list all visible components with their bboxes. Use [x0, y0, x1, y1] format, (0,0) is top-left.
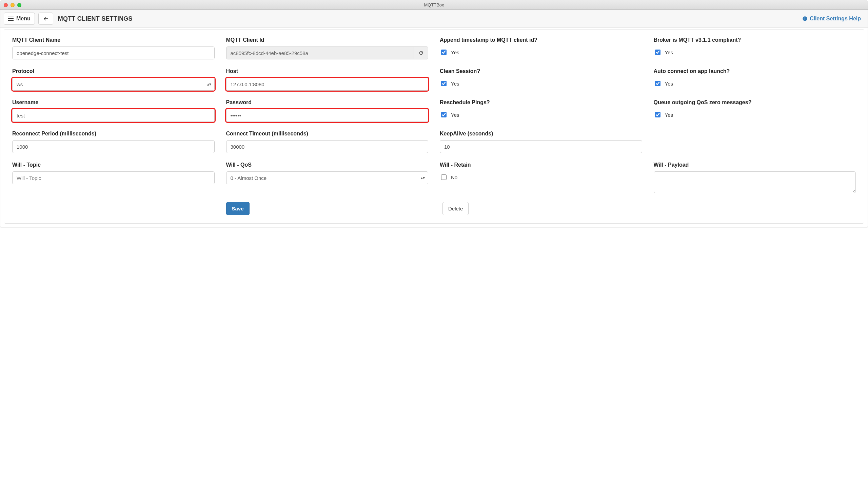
- field-will-retain: Will - Retain No: [440, 162, 642, 181]
- field-append-timestamp: Append timestamp to MQTT client id? Yes: [440, 37, 642, 56]
- will-qos-select[interactable]: 0 - Almost Once: [226, 171, 429, 184]
- auto-connect-checkbox[interactable]: [655, 81, 660, 86]
- regenerate-client-id-button[interactable]: [414, 46, 428, 59]
- app-window: MQTTBox Menu MQTT CLIENT SETTINGS Client…: [0, 0, 868, 227]
- help-link-label: Client Settings Help: [810, 16, 861, 22]
- label-protocol: Protocol: [12, 68, 215, 74]
- will-payload-textarea[interactable]: [654, 171, 856, 193]
- field-client-name: MQTT Client Name: [12, 37, 215, 59]
- settings-panel: MQTT Client Name MQTT Client Id Append t…: [4, 29, 864, 224]
- username-input[interactable]: [12, 109, 215, 122]
- field-queue-qos0: Queue outgoing QoS zero messages? Yes: [654, 99, 856, 118]
- field-auto-connect: Auto connect on app launch? Yes: [654, 68, 856, 87]
- field-username: Username: [12, 99, 215, 122]
- menu-button[interactable]: Menu: [4, 13, 35, 25]
- svg-rect-2: [805, 17, 805, 18]
- label-auto-connect: Auto connect on app launch?: [654, 68, 856, 74]
- append-timestamp-yes: Yes: [451, 50, 459, 55]
- minimize-window-icon[interactable]: [11, 3, 15, 7]
- field-protocol: Protocol ws ▴▾: [12, 68, 215, 91]
- broker-311-yes: Yes: [665, 50, 673, 55]
- refresh-icon: [418, 50, 424, 56]
- broker-311-checkbox[interactable]: [655, 50, 660, 55]
- field-client-id: MQTT Client Id: [226, 37, 429, 59]
- svg-rect-1: [805, 18, 805, 20]
- label-host: Host: [226, 68, 429, 74]
- window-title: MQTTBox: [0, 2, 868, 7]
- field-will-payload: Will - Payload: [654, 162, 856, 193]
- will-topic-input[interactable]: [12, 171, 215, 184]
- label-connect-timeout: Connect Timeout (milliseconds): [226, 131, 429, 137]
- queue-qos0-yes: Yes: [665, 112, 673, 118]
- settings-grid: MQTT Client Name MQTT Client Id Append t…: [12, 37, 856, 215]
- window-controls: [4, 3, 21, 7]
- save-button[interactable]: Save: [226, 202, 250, 215]
- label-queue-qos0: Queue outgoing QoS zero messages?: [654, 99, 856, 106]
- close-window-icon[interactable]: [4, 3, 8, 7]
- field-password: Password: [226, 99, 429, 122]
- keepalive-input[interactable]: [440, 140, 642, 153]
- label-client-name: MQTT Client Name: [12, 37, 215, 43]
- label-username: Username: [12, 99, 215, 106]
- arrow-left-icon: [43, 16, 49, 22]
- label-clean-session: Clean Session?: [440, 68, 642, 74]
- label-keepalive: KeepAlive (seconds): [440, 131, 642, 137]
- field-connect-timeout: Connect Timeout (milliseconds): [226, 131, 429, 153]
- reconnect-period-input[interactable]: [12, 140, 215, 153]
- label-reconnect-period: Reconnect Period (milliseconds): [12, 131, 215, 137]
- protocol-select[interactable]: ws: [12, 78, 215, 91]
- titlebar: MQTTBox: [0, 0, 868, 10]
- will-retain-no: No: [451, 174, 457, 180]
- field-will-qos: Will - QoS 0 - Almost Once ▴▾: [226, 162, 429, 184]
- label-will-payload: Will - Payload: [654, 162, 856, 168]
- menu-button-label: Menu: [16, 16, 31, 22]
- field-reconnect-period: Reconnect Period (milliseconds): [12, 131, 215, 153]
- label-broker-311: Broker is MQTT v3.1.1 compliant?: [654, 37, 856, 43]
- toolbar: Menu MQTT CLIENT SETTINGS Client Setting…: [0, 10, 868, 28]
- label-client-id: MQTT Client Id: [226, 37, 429, 43]
- maximize-window-icon[interactable]: [17, 3, 21, 7]
- label-will-retain: Will - Retain: [440, 162, 642, 168]
- field-host: Host: [226, 68, 429, 91]
- label-will-qos: Will - QoS: [226, 162, 429, 168]
- auto-connect-yes: Yes: [665, 81, 673, 87]
- queue-qos0-checkbox[interactable]: [655, 112, 660, 117]
- clean-session-checkbox[interactable]: [441, 81, 447, 86]
- field-keepalive: KeepAlive (seconds): [440, 131, 642, 153]
- reschedule-pings-checkbox[interactable]: [441, 112, 447, 117]
- client-name-input[interactable]: [12, 46, 215, 59]
- hamburger-icon: [8, 17, 14, 21]
- field-will-topic: Will - Topic: [12, 162, 215, 184]
- label-will-topic: Will - Topic: [12, 162, 215, 168]
- page-title: MQTT CLIENT SETTINGS: [58, 15, 133, 22]
- delete-button[interactable]: Delete: [442, 202, 469, 215]
- label-password: Password: [226, 99, 429, 106]
- field-reschedule-pings: Reschedule Pings? Yes: [440, 99, 642, 118]
- field-clean-session: Clean Session? Yes: [440, 68, 642, 87]
- connect-timeout-input[interactable]: [226, 140, 429, 153]
- reschedule-pings-yes: Yes: [451, 112, 459, 118]
- append-timestamp-checkbox[interactable]: [441, 50, 447, 55]
- client-id-input[interactable]: [226, 46, 414, 59]
- label-reschedule-pings: Reschedule Pings?: [440, 99, 642, 106]
- clean-session-yes: Yes: [451, 81, 459, 87]
- back-button[interactable]: [38, 13, 53, 25]
- host-input[interactable]: [226, 78, 429, 91]
- password-input[interactable]: [226, 109, 429, 122]
- field-broker-311: Broker is MQTT v3.1.1 compliant? Yes: [654, 37, 856, 56]
- actions-row: Save Delete: [12, 202, 856, 215]
- help-link[interactable]: Client Settings Help: [802, 16, 861, 22]
- label-append-timestamp: Append timestamp to MQTT client id?: [440, 37, 642, 43]
- info-icon: [802, 16, 808, 21]
- will-retain-checkbox[interactable]: [441, 174, 447, 180]
